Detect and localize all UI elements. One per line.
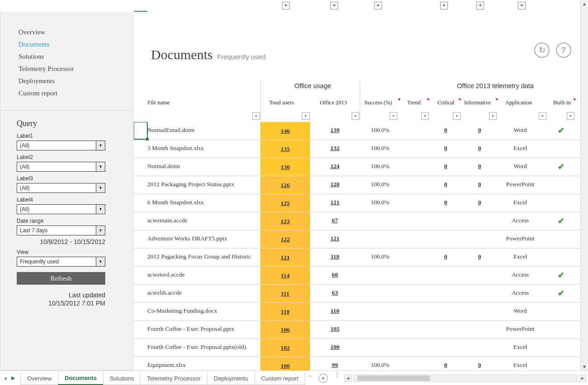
filter-button[interactable] <box>453 112 461 120</box>
total-users-link[interactable]: 135 <box>281 146 290 153</box>
table-row[interactable]: acwztool.accde11460Access✔ <box>134 267 580 285</box>
total-users-link[interactable]: 111 <box>281 290 290 297</box>
table-row[interactable]: Adventure Works DRAFT5.pptx122121PowerPo… <box>134 230 580 249</box>
total-users-link[interactable]: 114 <box>281 272 290 279</box>
expand-column-button[interactable]: + <box>476 2 484 9</box>
total-users-link[interactable]: 130 <box>281 164 290 171</box>
tab-documents[interactable]: Documents <box>58 372 103 385</box>
scroll-left-icon[interactable]: ◄ <box>344 375 352 382</box>
table-row[interactable]: 3 Month Snapshot.xlsx135132100.0%00Excel <box>134 140 580 158</box>
table-row[interactable]: 6 Month Snapshot.xlsx125121100.0%00Excel <box>134 194 580 212</box>
scrollbar-track[interactable] <box>353 375 577 382</box>
table-row[interactable]: 2012 Packaging Project Status.pptx126120… <box>134 176 580 194</box>
office2013-link[interactable]: 60 <box>332 271 338 278</box>
filter-button[interactable] <box>352 112 359 120</box>
sheet-nav-prev-icon[interactable]: ◄ <box>3 376 8 381</box>
total-users-link[interactable]: 126 <box>281 182 290 189</box>
sidebar-item-custom-report[interactable]: Custom report <box>0 87 133 99</box>
tab-overview[interactable]: Overview <box>20 372 58 385</box>
tab-deployments[interactable]: Deployments <box>207 372 255 385</box>
total-users-link[interactable]: 122 <box>281 236 290 243</box>
filter-button[interactable] <box>302 112 310 120</box>
help-icon[interactable]: ? <box>556 42 571 58</box>
view-select[interactable]: Frequently used <box>17 257 105 267</box>
sheet-tabs-overflow[interactable]: ... <box>305 371 315 385</box>
chevron-down-icon[interactable] <box>96 226 105 235</box>
total-users-link[interactable]: 146 <box>281 127 290 135</box>
office2013-link[interactable]: 67 <box>332 217 338 224</box>
filter-button[interactable] <box>390 112 397 120</box>
expand-column-button[interactable]: + <box>440 2 448 9</box>
table-row[interactable]: Co-Marketing Funding.docx110110Word <box>134 303 580 321</box>
filter-button[interactable] <box>539 112 546 120</box>
office2013-link[interactable]: 121 <box>330 199 339 206</box>
scroll-right-icon[interactable]: ► <box>579 375 586 382</box>
sheet-nav-next-icon[interactable]: ▶ <box>11 375 15 381</box>
critical-link[interactable]: 0 <box>444 199 447 206</box>
chevron-down-icon[interactable] <box>96 162 105 171</box>
informative-link[interactable]: 0 <box>478 199 481 206</box>
add-sheet-button[interactable]: + <box>319 374 328 383</box>
vertical-scrollbar[interactable]: ▲ ▼ <box>580 0 588 371</box>
table-row[interactable]: Equipment.xlsx10099100.0%00Excel <box>134 357 580 371</box>
sidebar-item-deployments[interactable]: Deployments <box>0 75 133 87</box>
total-users-link[interactable]: 106 <box>281 326 290 333</box>
table-row[interactable]: acwzlib.accde11163Access✔ <box>134 285 580 303</box>
scroll-down-icon[interactable]: ▼ <box>581 363 588 371</box>
expand-column-button[interactable]: + <box>374 2 382 9</box>
expand-column-button[interactable]: + <box>518 2 526 9</box>
total-users-link[interactable]: 125 <box>281 200 290 207</box>
critical-link[interactable]: 0 <box>444 163 447 169</box>
filter-button[interactable] <box>489 112 497 120</box>
query-select-label4[interactable]: (All) <box>17 204 105 214</box>
chevron-down-icon[interactable] <box>96 205 105 214</box>
office2013-link[interactable]: 124 <box>330 163 339 169</box>
office2013-link[interactable]: 100 <box>330 343 339 350</box>
critical-link[interactable]: 0 <box>444 253 447 260</box>
table-row[interactable]: Fourth Coffee - Exec Proposal.pptx106105… <box>134 321 580 339</box>
date-range-select[interactable]: Last 7 days <box>17 225 105 235</box>
filter-button[interactable] <box>421 112 429 120</box>
table-row[interactable]: acwzmain.accde12367Access✔ <box>134 212 580 230</box>
sidebar-item-telemetry-processor[interactable]: Telemetry Processor <box>0 63 133 75</box>
office2013-link[interactable]: 118 <box>330 253 339 260</box>
office2013-link[interactable]: 63 <box>332 289 338 296</box>
chevron-down-icon[interactable] <box>96 141 105 150</box>
refresh-icon[interactable]: ↻ <box>534 42 550 58</box>
tab-custom-report[interactable]: Custom report <box>254 372 305 385</box>
table-row[interactable]: NormalEmail.dotm146139100.0%00Word✔ <box>134 122 580 140</box>
office2013-link[interactable]: 105 <box>330 325 339 332</box>
tab-telemetry-processor[interactable]: Telemetry Processor <box>140 372 207 385</box>
filter-button[interactable] <box>252 112 260 120</box>
scrollbar-thumb[interactable] <box>358 376 430 381</box>
total-users-link[interactable]: 110 <box>281 308 290 315</box>
tab-solutions[interactable]: Solutions <box>103 372 141 385</box>
chevron-down-icon[interactable] <box>96 183 105 192</box>
critical-link[interactable]: 0 <box>444 362 447 368</box>
office2013-link[interactable]: 121 <box>330 235 339 242</box>
informative-link[interactable]: 0 <box>478 127 481 133</box>
chevron-down-icon[interactable] <box>96 257 105 266</box>
office2013-link[interactable]: 110 <box>330 307 339 314</box>
total-users-link[interactable]: 102 <box>281 344 290 352</box>
critical-link[interactable]: 0 <box>444 145 447 151</box>
informative-link[interactable]: 0 <box>478 145 481 151</box>
critical-link[interactable]: 0 <box>444 127 447 133</box>
informative-link[interactable]: 0 <box>478 362 481 368</box>
table-row[interactable]: Fourth Coffee - Exec Proposal.pptx(old).… <box>134 339 580 357</box>
total-users-link[interactable]: 123 <box>281 218 290 225</box>
sidebar-item-solutions[interactable]: Solutions <box>0 51 133 63</box>
office2013-link[interactable]: 99 <box>332 362 338 368</box>
informative-link[interactable]: 0 <box>478 163 481 169</box>
critical-link[interactable]: 0 <box>444 181 447 188</box>
query-select-label2[interactable]: (All) <box>17 162 105 172</box>
horizontal-scrollbar[interactable]: ◄ ► <box>343 371 588 385</box>
expand-column-button[interactable]: + <box>330 2 338 9</box>
office2013-link[interactable]: 132 <box>330 145 339 151</box>
table-row[interactable]: Normal.dotm130124100.0%00Word✔ <box>134 158 580 176</box>
sidebar-item-documents[interactable]: Documents <box>0 38 133 51</box>
total-users-link[interactable]: 121 <box>281 254 290 261</box>
informative-link[interactable]: 0 <box>478 253 481 260</box>
expand-column-button[interactable]: + <box>282 2 290 9</box>
informative-link[interactable]: 0 <box>478 181 481 188</box>
